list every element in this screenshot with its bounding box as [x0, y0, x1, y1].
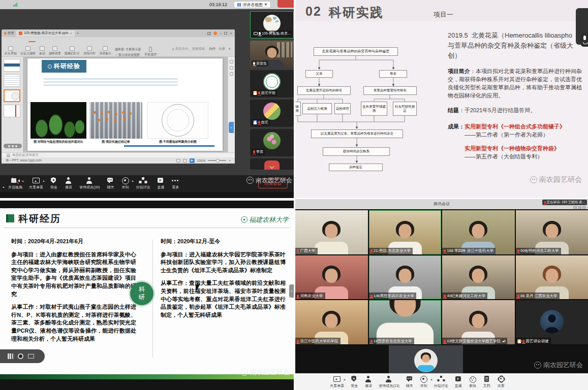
phone-remote[interactable]: 手机遥控 [144, 46, 157, 57]
view-icon[interactable] [176, 159, 180, 162]
split-view-icon[interactable] [207, 32, 211, 35]
account-avatar[interactable] [213, 31, 217, 35]
panel-icon[interactable] [230, 72, 233, 76]
speaker-view-button[interactable]: 演讲者视图 [234, 1, 271, 8]
notes-bar[interactable]: 单击此处添加备注 [2, 152, 235, 157]
submenu-arrow-icon[interactable] [132, 179, 134, 182]
maximize-button[interactable] [224, 32, 227, 35]
ribbon-tab[interactable] [28, 41, 36, 42]
scroll-right-handle[interactable]: › [289, 284, 294, 298]
toolbar-button[interactable]: 录制 [121, 177, 129, 190]
toolbar-button[interactable]: 分组讨论 [434, 376, 448, 388]
ribbon-tool-button[interactable]: 排练计时 [83, 46, 96, 56]
toolbar-button[interactable]: 管理成员(13) [379, 376, 399, 388]
video-tile[interactable]: 50哈明然河北工程大学 [516, 210, 588, 254]
annotation-rect-icon[interactable] [28, 354, 34, 359]
toolbar-button[interactable]: 表情 [469, 376, 477, 388]
ribbon-tool-button[interactable]: 会议 [39, 46, 45, 56]
video-tile[interactable]: 168 李因梓 浙江中医药大学 [442, 210, 515, 254]
toolbar-button[interactable]: 分组讨论 [136, 177, 150, 190]
submenu-arrow-icon[interactable] [43, 179, 45, 182]
participant-tile[interactable]: 李英 [250, 129, 294, 156]
participant-tile[interactable]: 黄爱生 [250, 41, 294, 68]
zoom-in-button[interactable]: + [229, 159, 231, 162]
monitor-select[interactable]: 放映器: 主要显示器 [115, 47, 141, 52]
participant-tile[interactable] [250, 158, 294, 170]
share-button[interactable]: 分享 [219, 47, 225, 51]
slide-thumbnail-current[interactable] [4, 89, 20, 102]
view-icon[interactable] [183, 159, 187, 162]
video-tile[interactable]: 86 吴丹 江西农业大学 [516, 255, 588, 300]
collab-button[interactable]: 协作 [209, 47, 215, 51]
toolbar-button[interactable]: 安全 [350, 376, 358, 388]
slide-thumbnail[interactable] [4, 74, 20, 87]
toolbar-button[interactable]: 更多 [171, 177, 179, 190]
toolbar-button[interactable]: 开启视频 [8, 177, 22, 190]
tool-icon [25, 46, 30, 51]
collapse-ribbon-icon[interactable]: ∧ [228, 47, 231, 51]
video-tile[interactable]: 浙江中医药大学药学院 [295, 300, 368, 344]
submenu-arrow-icon[interactable] [22, 179, 24, 182]
expand-panel-handle[interactable]: › [229, 122, 234, 133]
participant-tile[interactable]: 园艺 [250, 100, 294, 127]
ribbon-tool-button[interactable]: 隐藏幻灯片 [65, 46, 80, 56]
zoom-slider[interactable] [208, 160, 226, 161]
image-caption: 图 不同番茄材料聚类分析图 [147, 140, 208, 144]
participant-name: 广西大学 [300, 248, 316, 253]
panel-icon[interactable] [230, 66, 233, 70]
annotation-grid-icon[interactable] [8, 353, 13, 359]
video-tile[interactable]: 49纪美娜河北工程大学 [442, 255, 515, 300]
annotation-toolbar[interactable] [0, 349, 45, 363]
toolbar-button[interactable]: 安全 [50, 177, 58, 190]
ribbon-tool-button[interactable]: 演讲备注 [99, 46, 111, 56]
submenu-arrow-icon[interactable] [344, 378, 346, 380]
slide-thumbnail[interactable] [4, 59, 20, 72]
ribbon-tool-button[interactable]: 从头开始 [5, 46, 17, 56]
video-tile[interactable]: 园艺研会胡健 [516, 300, 588, 344]
thumbnail-zoom-pill[interactable] [4, 144, 22, 148]
search-input[interactable]: 查找命令、搜索模板 [172, 47, 205, 51]
tab-docer[interactable]: 稻壳 [4, 31, 14, 36]
slideshow-button[interactable] [190, 158, 195, 163]
toolbar-button[interactable]: 共享屏幕 [29, 177, 43, 190]
video-tile[interactable]: 21-尧甜-东北农业大学 [369, 210, 442, 254]
ribbon-tool-button[interactable]: 放映设置 [49, 46, 61, 56]
toolbar-button[interactable]: 邀请 [65, 177, 73, 190]
new-tab-button[interactable]: + [77, 31, 79, 36]
toolbar-button[interactable]: 文档 [483, 376, 491, 388]
toolbar-button[interactable]: 直播 [157, 177, 165, 190]
slide-text-line [44, 82, 178, 85]
video-tile[interactable]: 146周胜寒四川农业大学 [369, 255, 442, 300]
close-window-button[interactable]: × [230, 31, 232, 36]
toolbar-button[interactable]: 聊天 [106, 177, 114, 190]
toolbar-button[interactable]: 聊天 [406, 376, 414, 388]
ribbon-tool-button[interactable]: 自定义放映 [20, 46, 36, 56]
corner-red-badge [277, 0, 294, 8]
toolbar-button[interactable]: 共享屏幕 [330, 376, 344, 388]
toolbar-button[interactable]: 管理成员(30) [79, 177, 100, 190]
toolbar-button[interactable]: 直播 [454, 376, 462, 388]
toolbar-button[interactable]: 录制 [420, 376, 428, 388]
laser-pointer-icon[interactable] [18, 353, 23, 359]
close-tab-icon[interactable]: × [70, 31, 72, 35]
minimize-button[interactable]: – [220, 31, 222, 36]
toolbar-icon [11, 177, 19, 184]
participant-name: 黄爱生 [256, 61, 267, 66]
panel-icon[interactable] [230, 60, 233, 63]
video-tile[interactable]: 广西大学 [295, 210, 368, 254]
toolbar-button[interactable]: 设置 [497, 376, 505, 388]
video-tile[interactable]: 河南农业大学 [295, 255, 368, 300]
participant-tile[interactable]: 园艺学院 [250, 70, 294, 98]
slide-thumbnail-panel[interactable] [2, 57, 23, 152]
mic-muted-icon [297, 295, 299, 298]
slide-thumbnail[interactable] [4, 105, 20, 117]
video-tile[interactable]: 18贾彦哲东北农业大学 [369, 300, 442, 344]
participant-strip: 105-樊勉勉-南京... 黄爱生 [250, 11, 294, 175]
video-tile[interactable]: 03徐文静安徽农业大学园艺学院 [442, 300, 515, 344]
submenu-arrow-icon[interactable] [3, 185, 5, 188]
flow-box-partial: 物测 [295, 102, 301, 116]
toolbar-button[interactable]: 邀请 [364, 376, 373, 388]
submenu-arrow-icon[interactable] [430, 378, 432, 380]
tab-document[interactable]: 105-樊勉勉-南京农业大学.pptx × [16, 30, 75, 37]
participant-tile[interactable]: 105-樊勉勉-南京... [250, 11, 294, 39]
